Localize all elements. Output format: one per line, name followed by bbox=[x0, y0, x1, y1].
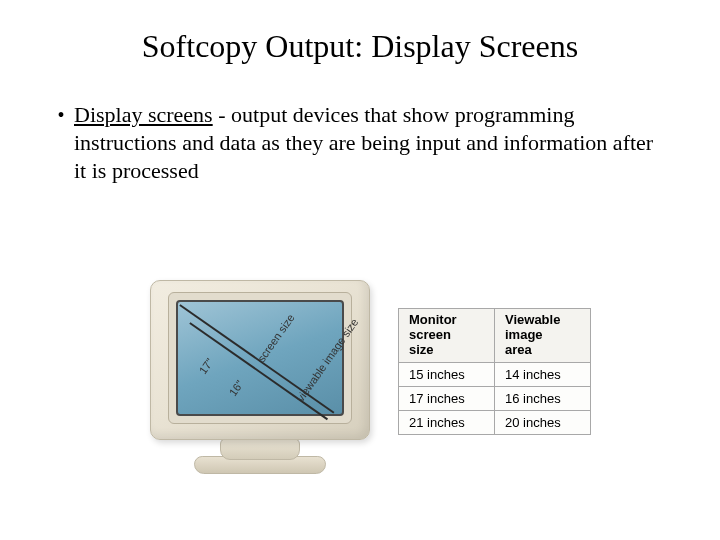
bullet-list: • Display screens - output devices that … bbox=[0, 65, 720, 185]
cell-viewable-area: 16 inches bbox=[495, 386, 591, 410]
bullet-text: Display screens - output devices that sh… bbox=[74, 101, 660, 185]
cell-monitor-size: 15 inches bbox=[399, 362, 495, 386]
table-row: 15 inches 14 inches bbox=[399, 362, 591, 386]
header-viewable-area: Viewable image area bbox=[495, 309, 591, 363]
cell-viewable-area: 14 inches bbox=[495, 362, 591, 386]
cell-viewable-area: 20 inches bbox=[495, 410, 591, 434]
bullet-item: • Display screens - output devices that … bbox=[48, 101, 660, 185]
defined-term: Display screens bbox=[74, 102, 213, 127]
crt-monitor-illustration: 17" screen size 16" viewable image size bbox=[140, 270, 380, 480]
table-header-row: Monitor screen size Viewable image area bbox=[399, 309, 591, 363]
bullet-dot-icon: • bbox=[48, 101, 74, 129]
monitor-stand bbox=[220, 438, 300, 460]
figure: 17" screen size 16" viewable image size … bbox=[140, 270, 610, 480]
table-row: 17 inches 16 inches bbox=[399, 386, 591, 410]
table-row: 21 inches 20 inches bbox=[399, 410, 591, 434]
page-title: Softcopy Output: Display Screens bbox=[0, 0, 720, 65]
header-monitor-size: Monitor screen size bbox=[399, 309, 495, 363]
size-comparison-table: Monitor screen size Viewable image area … bbox=[398, 308, 591, 435]
cell-monitor-size: 21 inches bbox=[399, 410, 495, 434]
cell-monitor-size: 17 inches bbox=[399, 386, 495, 410]
